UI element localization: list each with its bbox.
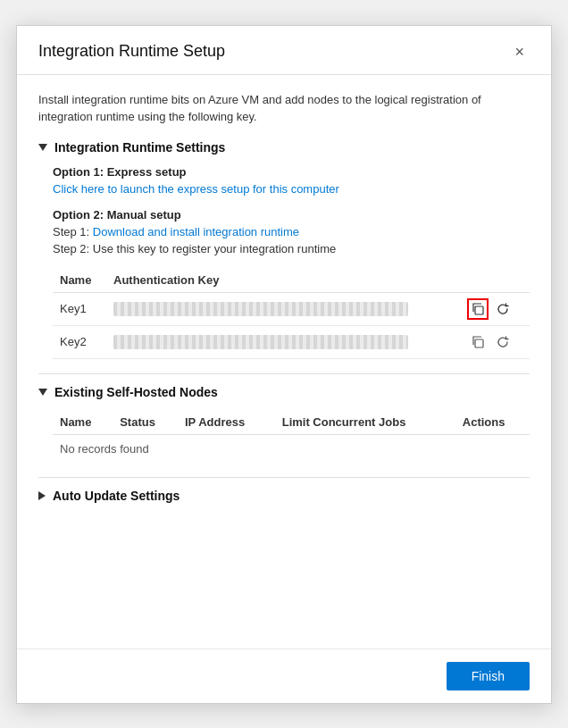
modal-footer: Finish — [17, 649, 551, 703]
key1-value-blur — [113, 302, 408, 316]
modal-title: Integration Runtime Setup — [38, 42, 225, 61]
runtime-settings-section-header[interactable]: Integration Runtime Settings — [38, 140, 530, 155]
section-divider-1 — [38, 373, 530, 374]
nodes-no-records-row: No records found — [53, 434, 530, 463]
nodes-section-content: Name Status IP Address Limit Concurrent … — [38, 410, 530, 463]
key2-value-blur — [113, 335, 408, 349]
option2-block: Option 2: Manual setup Step 1: Download … — [53, 208, 530, 255]
modal-header: Integration Runtime Setup × — [17, 26, 551, 75]
svg-rect-1 — [475, 339, 483, 347]
expand-triangle-autoupdate — [38, 491, 46, 500]
nodes-col-limit: Limit Concurrent Jobs — [275, 410, 455, 435]
key2-actions — [460, 325, 530, 358]
section-divider-2 — [38, 477, 530, 478]
nodes-section-title: Existing Self-Hosted Nodes — [54, 385, 218, 399]
no-records-text: No records found — [53, 434, 530, 463]
express-setup-link[interactable]: Click here to launch the express setup f… — [53, 182, 339, 196]
key1-refresh-button[interactable] — [492, 298, 514, 320]
autoupdate-section-header[interactable]: Auto Update Settings — [38, 489, 530, 503]
nodes-col-ip: IP Address — [178, 410, 275, 435]
step1-text: Step 1: Download and install integration… — [53, 225, 530, 238]
modal-body: Install integration runtime bits on Azur… — [17, 75, 551, 649]
option1-label: Option 1: Express setup — [53, 165, 530, 179]
nodes-col-status: Status — [113, 410, 178, 435]
runtime-settings-content: Option 1: Express setup Click here to la… — [38, 165, 530, 359]
key1-value-cell — [106, 292, 460, 325]
step1-prefix: Step 1: — [53, 225, 93, 238]
keys-table: Name Authentication Key Key1 — [53, 268, 530, 359]
finish-button[interactable]: Finish — [447, 662, 530, 690]
nodes-col-name: Name — [53, 410, 113, 435]
key2-value-cell — [106, 325, 460, 358]
col-auth-key: Authentication Key — [106, 268, 460, 293]
key2-copy-button[interactable] — [467, 331, 489, 353]
close-button[interactable]: × — [509, 42, 530, 62]
nodes-section-header[interactable]: Existing Self-Hosted Nodes — [38, 385, 530, 399]
expand-triangle-nodes — [38, 389, 47, 396]
option2-label: Option 2: Manual setup — [53, 208, 530, 222]
key2-name: Key2 — [53, 325, 106, 358]
key2-refresh-button[interactable] — [492, 331, 514, 353]
nodes-col-actions: Actions — [455, 410, 530, 435]
key1-row: Key1 — [53, 292, 530, 325]
option1-block: Option 1: Express setup Click here to la… — [53, 165, 530, 196]
autoupdate-section-title: Auto Update Settings — [53, 489, 180, 503]
key1-name: Key1 — [53, 292, 106, 325]
key1-copy-button[interactable] — [467, 298, 489, 320]
key1-actions — [460, 292, 530, 325]
nodes-table: Name Status IP Address Limit Concurrent … — [53, 410, 530, 463]
expand-triangle-runtime — [38, 144, 47, 151]
download-link[interactable]: Download and install integration runtime — [93, 225, 299, 238]
runtime-settings-title: Integration Runtime Settings — [54, 140, 225, 155]
key2-row: Key2 — [53, 325, 530, 358]
svg-rect-0 — [475, 306, 483, 314]
step2-text: Step 2: Use this key to register your in… — [53, 242, 530, 255]
col-name: Name — [53, 268, 106, 293]
modal-dialog: Integration Runtime Setup × Install inte… — [16, 25, 552, 704]
intro-text: Install integration runtime bits on Azur… — [38, 91, 530, 126]
